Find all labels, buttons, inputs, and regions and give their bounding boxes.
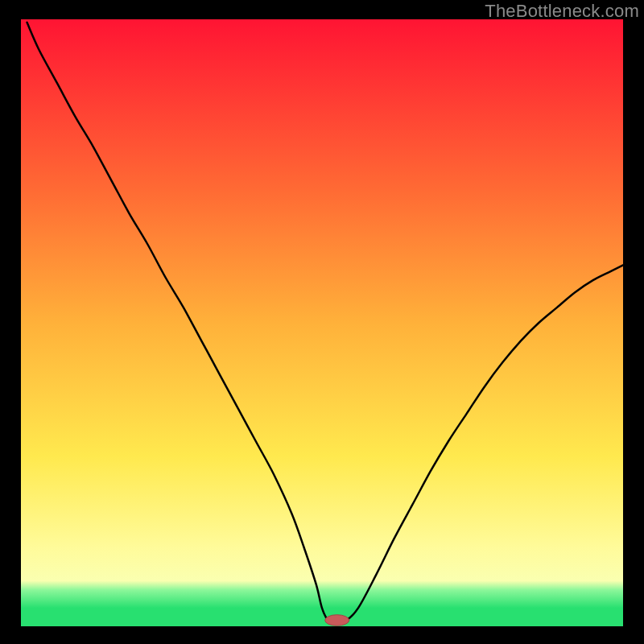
optimal-marker — [325, 615, 349, 626]
watermark-text: TheBottleneck.com — [485, 1, 639, 22]
plot-area — [21, 19, 623, 626]
chart-stage: TheBottleneck.com — [0, 0, 644, 644]
bottleneck-chart — [0, 0, 644, 644]
